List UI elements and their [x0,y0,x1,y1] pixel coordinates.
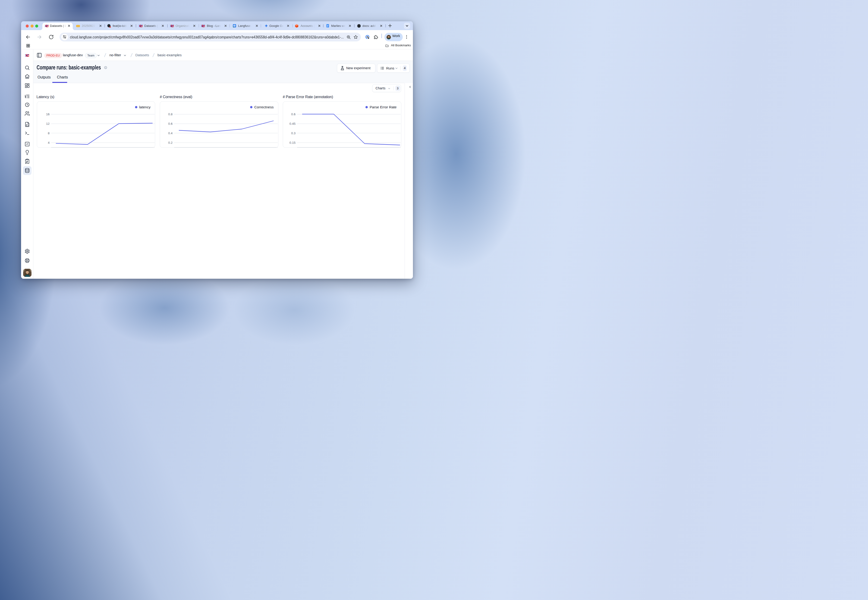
svg-text:8: 8 [48,132,50,135]
svg-text:0.15: 0.15 [290,141,296,144]
svg-text:0.3: 0.3 [291,132,296,135]
svg-text:0.6: 0.6 [291,112,296,116]
svg-text:0.6: 0.6 [168,122,173,126]
svg-text:12: 12 [46,122,49,126]
svg-text:4: 4 [48,141,50,144]
svg-text:16: 16 [46,112,49,116]
svg-text:0.2: 0.2 [168,141,173,144]
svg-text:0.45: 0.45 [290,122,296,126]
svg-text:0.8: 0.8 [168,112,173,116]
svg-text:0.4: 0.4 [168,132,173,135]
